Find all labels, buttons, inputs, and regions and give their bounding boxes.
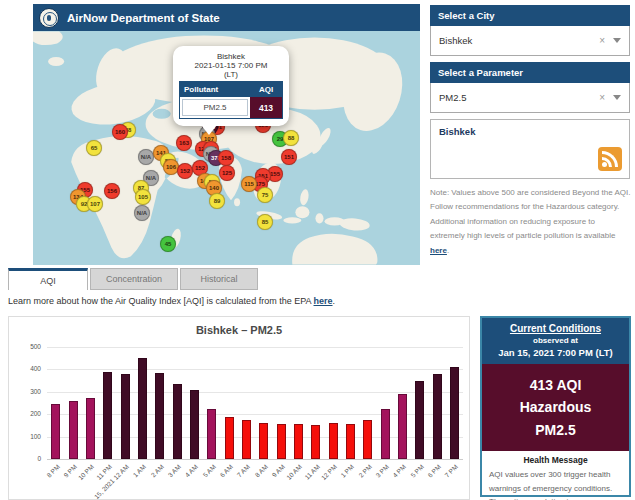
y-tick-label: 300: [13, 388, 41, 395]
health-message-text: AQI values over 300 trigger health warni…: [489, 468, 622, 500]
map-popup: Bishkek 2021-01-15 7:00 PM (LT) Pollutan…: [173, 46, 289, 126]
popup-pollutant-value: PM2.5: [182, 99, 248, 116]
aqi-marker[interactable]: 88: [283, 130, 299, 146]
chart-bar[interactable]: [103, 372, 112, 459]
chart-bar[interactable]: [207, 409, 216, 459]
y-tick-label: 100: [13, 433, 41, 440]
chart-bar[interactable]: [363, 420, 372, 459]
app-title: AirNow Department of State: [67, 12, 220, 24]
chart-bar[interactable]: [381, 409, 390, 459]
tab-concentration[interactable]: Concentration: [90, 268, 178, 290]
aqi-marker[interactable]: N/A: [134, 205, 150, 221]
chart-bar[interactable]: [433, 374, 442, 459]
city-chevron-down-icon[interactable]: [613, 38, 621, 43]
chart-bar[interactable]: [311, 425, 320, 459]
epa-here-link[interactable]: here: [314, 296, 333, 306]
chart-bar[interactable]: [346, 424, 355, 459]
aqi-marker[interactable]: 151: [281, 149, 297, 165]
app-header: AirNow Department of State: [33, 4, 420, 31]
city-feed-box: Bishkek: [430, 119, 630, 179]
popup-col-aqi: AQI: [250, 82, 282, 97]
aqi-marker[interactable]: 152: [177, 163, 193, 179]
chart-bar[interactable]: [121, 374, 130, 459]
chart-title: Bishkek – PM2.5: [9, 324, 469, 336]
aqi-marker[interactable]: 156: [104, 183, 120, 199]
chart-bar[interactable]: [86, 398, 95, 459]
y-axis-ticks: 0100200300400500: [13, 347, 43, 459]
chart-bar[interactable]: [190, 390, 199, 459]
y-tick-label: 0: [13, 455, 41, 462]
aqi-marker[interactable]: 115: [241, 176, 257, 192]
aqi-marker[interactable]: 105: [135, 189, 151, 205]
popup-datetime: 2021-01-15 7:00 PM: [179, 61, 283, 70]
aqi-marker[interactable]: 160: [112, 124, 128, 140]
gridline: [47, 347, 463, 348]
parameter-select-value: PM2.5: [439, 92, 599, 103]
city-select-widget: Select a City Bishkek ×: [430, 5, 630, 56]
aqi-bar-chart: Bishkek – PM2.5 AQI 0100200300400500 8 P…: [8, 316, 470, 500]
y-tick-label: 500: [13, 343, 41, 350]
aqi-marker[interactable]: N/A: [138, 149, 154, 165]
parameter-select-header: Select a Parameter: [430, 62, 630, 83]
chart-bar[interactable]: [225, 417, 234, 459]
tab-historical[interactable]: Historical: [180, 268, 258, 290]
x-axis-labels: 8 PM9 PM10 PM11 PM15, 2021 12 AM1 AM2 AM…: [47, 463, 463, 500]
popup-aqi-value: 413: [250, 97, 282, 118]
chart-tabs: AQI Concentration Historical: [8, 268, 258, 290]
aqi-world-map[interactable]: 8816065163N/A14183106152N/A1551349210715…: [33, 31, 420, 265]
airnow-page: AirNow Department of State: [0, 0, 635, 500]
city-select-value: Bishkek: [439, 35, 599, 46]
observed-datetime: Jan 15, 2021 7:00 PM (LT): [484, 347, 627, 358]
current-pollutant: PM2.5: [484, 419, 627, 441]
tab-aqi[interactable]: AQI: [8, 268, 88, 290]
current-aqi-block: 413 AQI Hazardous PM2.5: [482, 364, 629, 451]
aqi-marker[interactable]: 65: [86, 140, 102, 156]
chart-bar[interactable]: [138, 358, 147, 459]
chart-bar[interactable]: [242, 420, 251, 459]
chart-bar[interactable]: [398, 394, 407, 459]
note-here-link[interactable]: here: [430, 246, 447, 255]
aqi-marker[interactable]: 163: [176, 135, 192, 151]
aqi-marker[interactable]: 45: [160, 236, 176, 252]
us-state-seal-icon: [39, 8, 59, 28]
chart-bar[interactable]: [415, 381, 424, 459]
chart-bar[interactable]: [51, 404, 60, 459]
parameter-select-widget: Select a Parameter PM2.5 ×: [430, 62, 630, 113]
city-select-input[interactable]: Bishkek ×: [430, 26, 630, 56]
aqi-marker[interactable]: 75: [257, 187, 273, 203]
aqi-marker[interactable]: 125: [219, 165, 235, 181]
rss-feed-icon[interactable]: [598, 147, 622, 171]
chart-bar[interactable]: [173, 384, 182, 459]
popup-table: Pollutant AQI PM2.5 413: [179, 81, 283, 119]
popup-col-pollutant: Pollutant: [180, 82, 250, 97]
popup-timezone: (LT): [179, 70, 283, 79]
chart-bar[interactable]: [294, 424, 303, 459]
x-axis-line: [47, 459, 463, 460]
aqi-marker[interactable]: 89: [209, 193, 225, 209]
city-clear-icon[interactable]: ×: [599, 35, 605, 46]
learn-more-text: Learn more about how the Air Quality Ind…: [8, 296, 335, 306]
chart-bar[interactable]: [259, 423, 268, 460]
observed-at-label: observed at: [484, 336, 627, 345]
plot-area: [47, 347, 463, 459]
y-tick-label: 200: [13, 410, 41, 417]
aqi-note: Note: Values above 500 are considered Be…: [430, 186, 631, 258]
city-select-header: Select a City: [430, 5, 630, 26]
popup-city: Bishkek: [179, 52, 283, 61]
chart-bar[interactable]: [277, 424, 286, 459]
aqi-marker[interactable]: 158: [218, 150, 234, 166]
chart-bar[interactable]: [450, 367, 459, 460]
current-conditions-header: Current Conditions observed at Jan 15, 2…: [482, 318, 629, 364]
chart-bar[interactable]: [329, 423, 338, 460]
aqi-marker[interactable]: 85: [257, 214, 273, 230]
y-tick-label: 400: [13, 365, 41, 372]
aqi-marker[interactable]: 107: [87, 196, 103, 212]
current-aqi-value: 413 AQI: [484, 374, 627, 396]
health-message-title: Health Message: [489, 455, 622, 465]
parameter-chevron-down-icon[interactable]: [613, 95, 621, 100]
parameter-select-input[interactable]: PM2.5 ×: [430, 83, 630, 113]
current-aqi-category: Hazardous: [484, 396, 627, 418]
chart-bar[interactable]: [155, 373, 164, 459]
chart-bar[interactable]: [69, 401, 78, 459]
parameter-clear-icon[interactable]: ×: [599, 92, 605, 103]
